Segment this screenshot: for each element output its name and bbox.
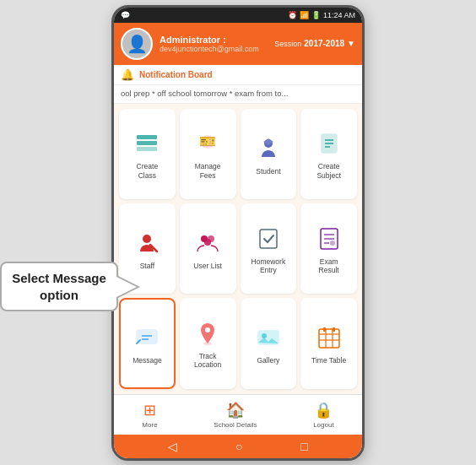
user-list-icon: [192, 228, 223, 258]
battery-icon: 🔋: [311, 11, 321, 19]
staff-label: Staff: [140, 262, 154, 270]
svg-rect-1: [137, 141, 157, 145]
phone-frame: 💬 ⏰ 📶 🔋 11:24 AM 👤 Administrator : dev4j…: [111, 5, 365, 461]
school-details-label: School Details: [214, 421, 257, 429]
svg-point-11: [143, 235, 151, 243]
admin-name: Administrator :: [160, 35, 268, 45]
nav-item-school-details[interactable]: 🏠 School Details: [214, 399, 257, 431]
svg-point-25: [205, 327, 210, 333]
grid-item-time-table[interactable]: Time Table: [300, 298, 357, 388]
manage-fees-label: ManageFees: [195, 162, 221, 179]
header-info: Administrator : dev4junctiontech@gmail.c…: [160, 35, 268, 53]
gallery-icon: [253, 322, 284, 353]
svg-rect-2: [137, 147, 157, 151]
svg-point-21: [330, 241, 335, 246]
grid-item-user-list[interactable]: User List: [180, 203, 236, 294]
tooltip-text: Select Message option: [12, 271, 106, 302]
grid-item-manage-fees[interactable]: 🎫 ManageFees: [180, 109, 236, 199]
exam-result-label: ExamResult: [319, 257, 339, 274]
avatar: 👤: [121, 28, 153, 60]
wifi-icon: 📶: [300, 11, 309, 19]
more-label: More: [142, 421, 157, 429]
alarm-icon: ⏰: [288, 11, 297, 19]
homework-entry-label: HomeworkEntry: [252, 257, 286, 274]
message-label: Message: [133, 356, 162, 365]
grid-item-track-location[interactable]: TrackLocation: [180, 298, 236, 388]
svg-rect-34: [323, 327, 326, 332]
notification-label: Notification Board: [139, 70, 213, 79]
create-class-icon: [132, 128, 162, 159]
create-subject-icon: [314, 128, 344, 159]
bottom-nav: ⊞ More 🏠 School Details 🔒 Logout: [114, 394, 362, 435]
grid-item-message[interactable]: Message: [119, 298, 176, 388]
grid-item-create-subject[interactable]: CreateSubject: [300, 109, 357, 199]
create-subject-label: CreateSubject: [316, 162, 340, 179]
tooltip-box: Select Message option: [0, 262, 118, 311]
user-list-label: User List: [193, 262, 222, 270]
gallery-label: Gallery: [257, 356, 279, 365]
svg-rect-35: [333, 327, 335, 332]
time-display: 11:24 AM: [323, 11, 355, 19]
whatsapp-icon: 💬: [121, 11, 130, 19]
app-header: 👤 Administrator : dev4junctiontech@gmail…: [114, 23, 362, 65]
grid-item-student[interactable]: Student: [241, 109, 297, 199]
track-location-icon: [192, 318, 223, 349]
more-icon: ⊞: [143, 401, 156, 419]
notification-bar: 🔔 Notification Board: [114, 65, 362, 85]
grid-item-exam-result[interactable]: ExamResult: [300, 203, 357, 294]
grid-item-homework-entry[interactable]: HomeworkEntry: [241, 203, 297, 294]
android-nav-bar: ◁ ○ □: [114, 435, 362, 458]
nav-item-more[interactable]: ⊞ More: [142, 399, 157, 431]
recent-button[interactable]: □: [300, 440, 307, 453]
time-table-icon: [314, 322, 344, 353]
status-bar-right: ⏰ 📶 🔋 11:24 AM: [288, 11, 355, 19]
exam-result-icon: [314, 224, 344, 254]
status-bar: 💬 ⏰ 📶 🔋 11:24 AM: [114, 8, 362, 23]
homework-entry-icon: [253, 224, 284, 254]
svg-rect-16: [260, 230, 277, 248]
email-display: dev4junctiontech@gmail.com: [160, 45, 268, 53]
grid-item-create-class[interactable]: CreateClass: [119, 109, 176, 199]
student-icon: [253, 133, 284, 164]
grid-item-gallery[interactable]: Gallery: [241, 298, 297, 388]
notification-icon: 🔔: [121, 68, 134, 81]
message-icon: [132, 322, 162, 353]
track-location-label: TrackLocation: [194, 352, 221, 369]
session-value: 2017-2018: [304, 39, 344, 48]
staff-icon: [132, 228, 162, 258]
logout-icon: 🔒: [314, 401, 333, 419]
logout-label: Logout: [313, 421, 333, 429]
svg-rect-0: [137, 135, 157, 139]
svg-rect-29: [319, 329, 339, 348]
menu-grid: CreateClass 🎫 ManageFees: [114, 104, 362, 394]
svg-text:🎫: 🎫: [199, 133, 216, 149]
nav-item-logout[interactable]: 🔒 Logout: [313, 399, 333, 431]
svg-point-26: [203, 342, 212, 345]
status-bar-left: 💬: [121, 11, 130, 19]
outer-wrap: Select Message option 💬 ⏰ 📶 🔋 11:24 AM 👤…: [0, 0, 476, 465]
session-selector[interactable]: Session 2017-2018 ▼: [274, 39, 355, 48]
manage-fees-icon: 🎫: [192, 128, 223, 159]
notification-scroll: ool prep * off school tomorrow * exam fr…: [114, 85, 362, 104]
svg-point-15: [204, 239, 211, 246]
student-label: Student: [256, 167, 280, 176]
session-label: Session: [274, 40, 301, 48]
back-button[interactable]: ◁: [168, 440, 177, 453]
time-table-label: Time Table: [311, 356, 346, 365]
home-button[interactable]: ○: [235, 440, 242, 453]
school-details-icon: 🏠: [226, 401, 245, 419]
create-class-label: CreateClass: [137, 162, 159, 179]
dropdown-arrow-icon: ▼: [347, 39, 355, 48]
